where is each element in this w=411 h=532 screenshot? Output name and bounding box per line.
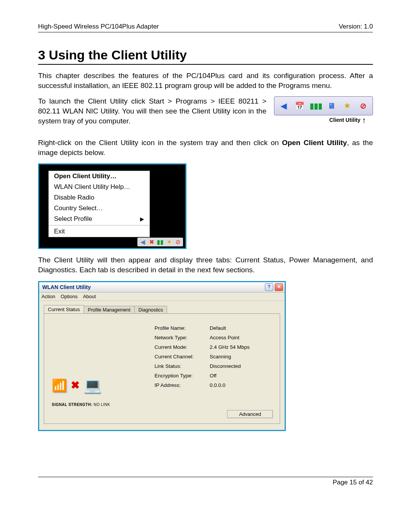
launch-paragraph: To launch the Client Utility click Start… <box>38 96 266 126</box>
link-status-image: 📶 ✖ 💻 <box>52 377 101 394</box>
signal-icon: ▮▮▮ <box>310 100 321 112</box>
dialog-menubar: Action Options About <box>39 292 285 301</box>
menu-select-profile[interactable]: Select Profile ▶ <box>49 214 150 224</box>
calendar-icon: 📅 <box>294 100 305 112</box>
context-menu: Open Client Utility… WLAN Client Utility… <box>48 171 150 237</box>
disconnected-icon: ✖ <box>71 379 80 391</box>
val-profile-name: Default <box>210 325 226 331</box>
chapter-title: 3 Using the Client Utility <box>38 48 373 65</box>
tabs-paragraph: The Client Utility will then appear and … <box>38 255 373 275</box>
lbl-encryption: Encryption Type: <box>155 373 210 379</box>
accesspoint-icon: 📶 <box>52 378 67 393</box>
help-button[interactable]: ? <box>265 283 273 291</box>
tray-net-icon: ✶ <box>165 238 173 246</box>
laptop-icon: 💻 <box>83 377 101 394</box>
tray-signal-icon: ▮▮ <box>156 238 164 246</box>
menu-open-client-utility[interactable]: Open Client Utility… <box>49 171 150 182</box>
menu-separator <box>49 225 150 225</box>
context-systray: ◀ ✖ ▮▮ ✶ ⊘ <box>137 238 183 246</box>
tray-caption-label: Client Utility <box>329 117 360 123</box>
page-footer: Page 15 of 42 <box>38 477 373 486</box>
menu-action[interactable]: Action <box>41 294 55 299</box>
tray-back-icon: ◀ <box>139 238 147 246</box>
val-encryption: Off <box>210 373 217 379</box>
lbl-link-status: Link Status: <box>155 363 210 369</box>
intro-paragraph: This chapter describes the features of t… <box>38 71 373 90</box>
val-link-status: Disconnected <box>210 363 241 369</box>
monitor-icon: 🖥 <box>326 100 337 112</box>
header-right: Version: 1.0 <box>339 23 373 30</box>
menu-disable-radio[interactable]: Disable Radio <box>49 192 150 203</box>
lbl-ip-address: IP Address: <box>155 382 210 388</box>
val-current-channel: Scanning <box>210 354 231 359</box>
dialog-title: WLAN Client Utility <box>42 284 91 290</box>
tray-blk-icon: ⊘ <box>174 238 182 246</box>
advanced-button[interactable]: Advanced <box>227 410 273 418</box>
rightclick-paragraph: Right-click on the Client Utility icon i… <box>38 138 373 157</box>
tray-close-icon: ✖ <box>148 238 155 246</box>
tab-current-status[interactable]: Current Status <box>44 305 84 314</box>
page-header: High-Speed Wireless PC/104Plus Adapter V… <box>38 23 373 32</box>
menu-options[interactable]: Options <box>61 294 78 299</box>
running-icon: ✶ <box>341 100 353 112</box>
lbl-current-mode: Current Mode: <box>155 344 210 350</box>
systray-figure: ◀ 📅 ▮▮▮ 🖥 ✶ ⊘ Client Utility ↑ <box>274 96 373 123</box>
header-left: High-Speed Wireless PC/104Plus Adapter <box>38 23 159 30</box>
signal-strength-label: SIGNAL STRENGTH: NO LINK <box>52 403 110 407</box>
context-menu-screenshot: Open Client Utility… WLAN Client Utility… <box>38 163 186 249</box>
status-fields: Profile Name:Default Network Type:Access… <box>155 325 272 409</box>
close-button[interactable]: ✕ <box>275 283 283 291</box>
menu-about[interactable]: About <box>83 294 96 299</box>
dialog-titlebar: WLAN Client Utility ? ✕ <box>39 282 285 292</box>
val-network-type: Access Point <box>210 335 239 340</box>
tab-panel-current-status: 📶 ✖ 💻 SIGNAL STRENGTH: NO LINK Profile N… <box>44 313 280 424</box>
systray-image: ◀ 📅 ▮▮▮ 🖥 ✶ ⊘ <box>274 96 373 115</box>
val-current-mode: 2.4 GHz 54 Mbps <box>210 344 250 350</box>
arrow-up-icon: ↑ <box>362 118 366 123</box>
back-icon: ◀ <box>278 100 290 112</box>
lbl-current-channel: Current Channel: <box>155 354 210 359</box>
error-icon: ⊘ <box>357 100 369 112</box>
lbl-profile-name: Profile Name: <box>155 325 210 331</box>
tab-strip: Current Status Profile Management Diagno… <box>44 305 280 313</box>
submenu-arrow-icon: ▶ <box>140 216 144 222</box>
lbl-network-type: Network Type: <box>155 335 210 340</box>
val-ip-address: 0.0.0.0 <box>210 382 225 388</box>
wlan-client-utility-dialog: WLAN Client Utility ? ✕ Action Options A… <box>38 281 286 431</box>
menu-country-select[interactable]: Country Select… <box>49 203 150 214</box>
menu-help[interactable]: WLAN Client Utility Help… <box>49 182 150 192</box>
menu-exit[interactable]: Exit <box>49 226 150 237</box>
